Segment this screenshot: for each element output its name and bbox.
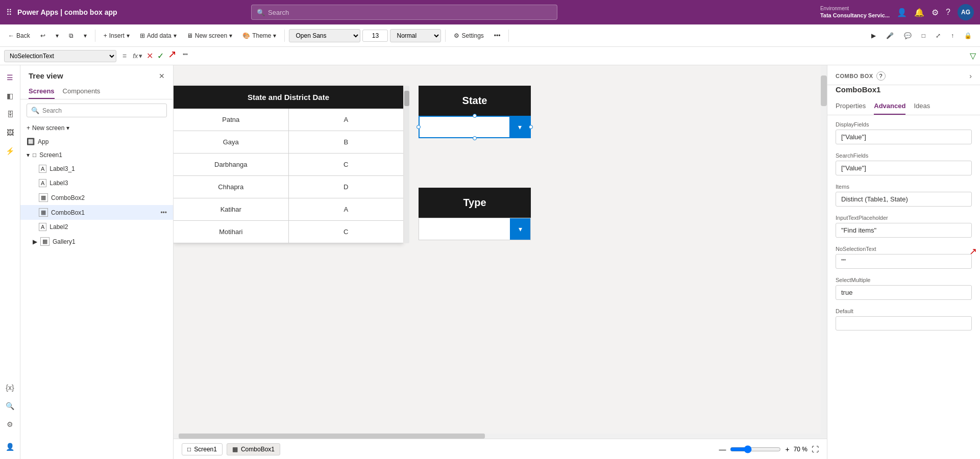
font-selector[interactable]: Open Sans: [289, 29, 360, 42]
property-selector[interactable]: NoSelectionText: [4, 50, 116, 62]
prop-select-multiple: SelectMultiple true: [836, 277, 972, 300]
back-button[interactable]: ← Back: [4, 30, 34, 41]
table-row: Patna A: [174, 109, 403, 131]
vertical-scrollbar[interactable]: [821, 65, 827, 439]
combobox1-tab[interactable]: ▦ ComboBox1: [227, 443, 280, 455]
tree-item-label3-1[interactable]: A Label3_1: [20, 162, 173, 176]
type-combo-dropdown[interactable]: ▾: [510, 218, 530, 240]
mic-button[interactable]: 🎤: [882, 30, 898, 41]
display-fields-value[interactable]: ["Value"]: [836, 130, 972, 144]
prop-input-text-placeholder: InputTextPlaceholder "Find items": [836, 215, 972, 238]
add-data-button[interactable]: ⊞ Add data ▾: [136, 30, 181, 41]
search-left-icon[interactable]: 🔍: [2, 398, 18, 414]
tree-view-icon[interactable]: ☰: [2, 69, 18, 86]
table-header: State and District Date: [174, 86, 403, 109]
input-text-placeholder-value[interactable]: "Find items": [836, 223, 972, 238]
type-widget: Type ▾: [419, 188, 531, 240]
tree-search-input[interactable]: [42, 107, 162, 114]
share-button[interactable]: ↑: [947, 30, 958, 41]
app-icon: 🔲: [27, 138, 35, 145]
help-icon[interactable]: ?: [946, 8, 950, 17]
person-icon[interactable]: 👤: [897, 8, 907, 17]
tab-ideas[interactable]: Ideas: [914, 98, 930, 115]
global-search[interactable]: 🔍: [251, 5, 557, 20]
tree-item-label2[interactable]: A Label2: [20, 220, 173, 234]
settings-left-icon[interactable]: ⚙: [2, 416, 18, 432]
state-combo-dropdown[interactable]: ▾: [509, 117, 530, 137]
lock-button[interactable]: 🔒: [960, 30, 976, 41]
tree-item-screen1[interactable]: ▾ □ Screen1: [20, 148, 173, 162]
new-screen-tree-button[interactable]: + New screen ▾: [27, 124, 69, 132]
scrollbar-thumb[interactable]: [821, 75, 827, 106]
undo-button[interactable]: ↩: [36, 30, 50, 41]
type-combo-box[interactable]: ▾: [419, 218, 531, 240]
grid-icon[interactable]: ⠿: [6, 8, 12, 17]
copy-button[interactable]: ⧉: [65, 30, 78, 41]
close-formula-button[interactable]: ✕: [146, 51, 153, 61]
user-icon[interactable]: 👤: [2, 439, 18, 455]
screen1-tab[interactable]: □ Screen1: [182, 443, 223, 455]
tree-title: Tree view: [29, 71, 63, 80]
tree-item-combobox2[interactable]: ▦ ComboBox2: [20, 190, 173, 205]
style-selector[interactable]: Normal Bold Italic: [390, 29, 441, 42]
app-title: Power Apps | combo box app: [17, 8, 117, 16]
font-size-input[interactable]: [362, 30, 388, 42]
state-combo-container: ▾: [419, 116, 531, 138]
help-button[interactable]: ?: [876, 71, 886, 81]
search-input[interactable]: [268, 9, 552, 16]
fit-screen-button[interactable]: ⛶: [812, 445, 819, 453]
tab-components[interactable]: Components: [63, 84, 101, 99]
confirm-formula-button[interactable]: ✓: [157, 51, 164, 61]
expand-button[interactable]: ⤢: [932, 30, 945, 41]
comment-button[interactable]: 💬: [900, 30, 916, 41]
preview-button[interactable]: □: [918, 30, 929, 41]
variables-icon[interactable]: {x}: [2, 379, 18, 396]
fx-button[interactable]: fx ▾: [133, 52, 142, 60]
zoom-out-button[interactable]: —: [719, 445, 726, 453]
avatar[interactable]: AG: [958, 4, 974, 20]
tree-item-app[interactable]: 🔲 App: [20, 135, 173, 148]
divider-4: [508, 30, 509, 42]
default-value[interactable]: [836, 316, 972, 330]
media-icon[interactable]: 🖼: [2, 124, 18, 141]
state-widget: State ▾: [419, 86, 531, 138]
settings-icon[interactable]: ⚙: [932, 8, 939, 17]
formula-input[interactable]: [181, 52, 966, 60]
table-scrollbar[interactable]: [404, 86, 409, 243]
more-toolbar-button[interactable]: •••: [490, 30, 505, 41]
zoom-slider[interactable]: [730, 445, 781, 453]
collapse-panel-button[interactable]: ›: [969, 72, 972, 80]
canvas-scroll[interactable]: State and District Date Patna A Gaya B D…: [174, 65, 827, 439]
state-label: State: [419, 86, 531, 116]
components-icon[interactable]: ◧: [2, 88, 18, 104]
tree-item-combobox1[interactable]: ▦ ComboBox1 •••: [20, 205, 173, 220]
copy-dropdown[interactable]: ▾: [80, 30, 91, 41]
search-fields-value[interactable]: ["Value"]: [836, 161, 972, 175]
horizontal-scrollbar-container: [174, 434, 821, 439]
tab-properties[interactable]: Properties: [836, 98, 866, 115]
tab-advanced[interactable]: Advanced: [874, 98, 905, 115]
state-combo-box[interactable]: ▾: [419, 116, 531, 138]
no-selection-text-value[interactable]: "": [836, 254, 972, 269]
bell-icon[interactable]: 🔔: [914, 8, 924, 17]
horizontal-scrollbar-thumb[interactable]: [179, 434, 485, 439]
tree-search-box[interactable]: 🔍: [27, 104, 167, 117]
tree-item-more-button[interactable]: •••: [160, 209, 167, 216]
tree-close-button[interactable]: ✕: [159, 72, 165, 80]
theme-button[interactable]: 🎨 Theme ▾: [238, 30, 280, 41]
settings-button[interactable]: ⚙ Settings: [450, 30, 487, 41]
selection-handle-top: [473, 114, 477, 118]
new-screen-button[interactable]: 🖥 New screen ▾: [183, 30, 236, 41]
expand-formula-button[interactable]: ▽: [970, 51, 976, 61]
tab-screens[interactable]: Screens: [29, 84, 55, 99]
items-value[interactable]: Distinct (Table1, State): [836, 192, 972, 207]
undo-dropdown[interactable]: ▾: [52, 30, 63, 41]
tree-item-gallery1[interactable]: ▶ ▦ Gallery1: [20, 234, 173, 249]
play-button[interactable]: ▶: [867, 30, 880, 41]
insert-button[interactable]: + Insert ▾: [100, 30, 134, 41]
data-icon[interactable]: 🗄: [2, 106, 18, 122]
select-multiple-value[interactable]: true: [836, 285, 972, 300]
tree-item-label3[interactable]: A Label3: [20, 176, 173, 190]
connectors-icon[interactable]: ⚡: [2, 143, 18, 159]
zoom-in-button[interactable]: +: [785, 445, 789, 453]
